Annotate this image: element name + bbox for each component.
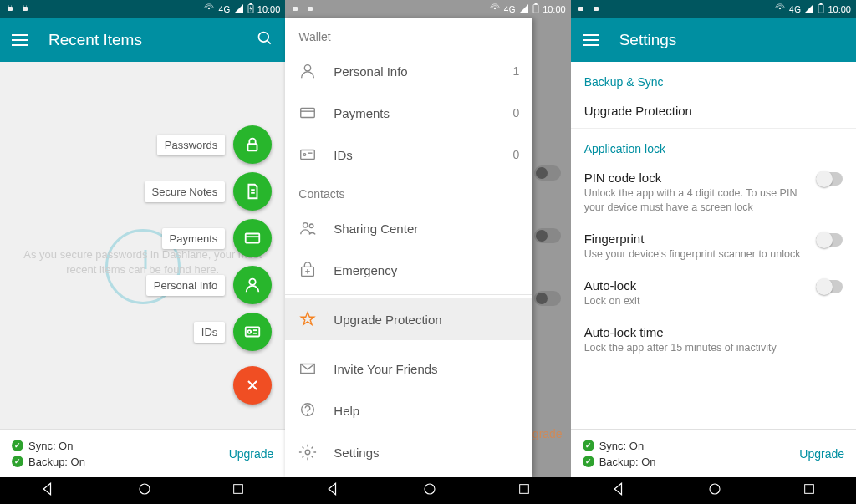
behind-toggle <box>534 165 561 181</box>
battery-icon <box>532 3 539 15</box>
setting-subtitle: Lock the app after 15 minutes of inactiv… <box>584 341 843 355</box>
card-icon <box>298 104 317 122</box>
fab-passwords[interactable]: Passwords <box>157 125 273 164</box>
svg-rect-54 <box>805 485 814 494</box>
back-key[interactable] <box>611 481 628 501</box>
upgrade-link[interactable]: Upgrade <box>799 447 844 461</box>
network-label: 4G <box>218 5 230 14</box>
svg-line-10 <box>268 40 271 43</box>
status-bar: 4G 10:00 <box>285 0 570 18</box>
svg-point-5 <box>26 6 27 7</box>
drawer-item-upgrade-protection[interactable]: Upgrade Protection <box>285 298 532 340</box>
recents-key[interactable] <box>232 482 245 499</box>
android-robot-icon <box>591 3 601 15</box>
app-bar: Settings <box>571 18 856 62</box>
gear-icon <box>298 443 317 461</box>
drawer-item-invite[interactable]: Invite Your Friends <box>285 348 532 389</box>
recents-key[interactable] <box>517 482 531 499</box>
page-title: Recent Items <box>48 31 237 49</box>
signal-icon <box>234 3 244 15</box>
menu-icon[interactable] <box>12 34 28 46</box>
lock-icon[interactable] <box>233 125 272 164</box>
fab-personal-info[interactable]: Personal Info <box>146 266 273 304</box>
drawer-section-wallet: Wallet <box>285 18 532 50</box>
svg-point-37 <box>303 223 308 228</box>
svg-point-50 <box>779 8 781 9</box>
people-icon <box>298 219 317 237</box>
svg-point-44 <box>308 414 308 415</box>
drawer-count: 1 <box>513 64 520 78</box>
setting-pin-lock[interactable]: PIN code lock Unlock the app with a 4 di… <box>571 162 856 223</box>
setting-subtitle: Use your device's fingerprint scanner to… <box>584 247 808 262</box>
behind-toggle <box>534 228 561 243</box>
svg-rect-52 <box>820 3 823 5</box>
divider <box>285 294 532 295</box>
check-icon <box>12 440 23 451</box>
person-icon[interactable] <box>233 266 272 304</box>
svg-rect-47 <box>519 485 528 494</box>
toggle-switch[interactable] <box>816 280 843 293</box>
drawer-item-emergency[interactable]: Emergency <box>285 249 532 291</box>
status-time: 10:00 <box>257 4 281 14</box>
note-icon[interactable] <box>233 172 272 211</box>
search-icon[interactable] <box>257 30 273 51</box>
drawer-item-personal-info[interactable]: Personal Info 1 <box>285 50 532 92</box>
fab-label: Passwords <box>157 135 226 155</box>
svg-rect-49 <box>594 7 599 11</box>
menu-icon[interactable] <box>583 34 599 46</box>
toggle-switch[interactable] <box>816 233 843 247</box>
drawer-item-settings[interactable]: Settings <box>285 431 532 473</box>
svg-point-24 <box>140 484 150 494</box>
toggle-switch[interactable] <box>816 172 843 186</box>
id-icon[interactable] <box>233 313 272 351</box>
close-fab[interactable] <box>233 366 272 405</box>
setting-autolock[interactable]: Auto-lock Lock on exit <box>571 270 856 317</box>
home-key[interactable] <box>707 481 722 500</box>
drawer-item-sharing[interactable]: Sharing Center <box>285 207 532 249</box>
app-bar: Recent Items <box>0 18 285 62</box>
setting-subtitle: Unlock the app with a 4 digit code. To u… <box>584 186 808 215</box>
behind-toggle <box>534 291 561 306</box>
divider <box>285 344 532 344</box>
drawer-label: IDs <box>334 148 353 162</box>
fab-ids[interactable]: IDs <box>194 313 273 351</box>
back-key[interactable] <box>325 481 342 501</box>
card-icon[interactable] <box>233 219 272 257</box>
status-bar: 4G 10:00 <box>0 0 285 18</box>
check-icon <box>12 456 23 467</box>
hotspot-icon <box>774 3 786 16</box>
hotspot-icon <box>489 3 501 16</box>
battery-icon <box>247 3 254 15</box>
home-key[interactable] <box>422 481 437 500</box>
main-content: As you secure passwords in Dashlane, you… <box>0 62 285 429</box>
drawer-label: Upgrade Protection <box>334 313 441 327</box>
check-icon <box>583 456 594 467</box>
setting-title: Upgrade Protection <box>584 104 843 118</box>
setting-autolock-time[interactable]: Auto-lock time Lock the app after 15 min… <box>571 317 856 364</box>
battery-icon <box>818 3 824 15</box>
upgrade-link[interactable]: Upgrade <box>229 447 274 461</box>
signal-icon <box>804 3 814 15</box>
setting-upgrade-protection[interactable]: Upgrade Protection <box>571 95 856 128</box>
fab-payments[interactable]: Payments <box>162 219 273 257</box>
home-key[interactable] <box>137 481 152 500</box>
svg-point-35 <box>303 154 306 156</box>
svg-rect-26 <box>293 7 298 11</box>
hotspot-icon <box>203 3 215 16</box>
backup-status: Backup: On <box>599 456 656 468</box>
drawer-section-contacts: Contacts <box>285 176 532 207</box>
drawer-label: Invite Your Friends <box>334 362 437 376</box>
setting-title: Fingerprint <box>584 232 808 246</box>
envelope-icon <box>298 359 317 378</box>
drawer-item-help[interactable]: Help <box>285 389 532 431</box>
drawer-item-ids[interactable]: IDs 0 <box>285 134 532 176</box>
id-icon <box>298 145 317 164</box>
back-key[interactable] <box>40 481 57 501</box>
svg-rect-32 <box>301 109 315 118</box>
section-application-lock: Application lock <box>571 129 856 162</box>
recents-key[interactable] <box>802 482 816 499</box>
fab-secure-notes[interactable]: Secure Notes <box>145 172 273 211</box>
network-label: 4G <box>789 5 801 14</box>
drawer-item-payments[interactable]: Payments 0 <box>285 92 532 134</box>
setting-fingerprint[interactable]: Fingerprint Use your device's fingerprin… <box>571 223 856 270</box>
